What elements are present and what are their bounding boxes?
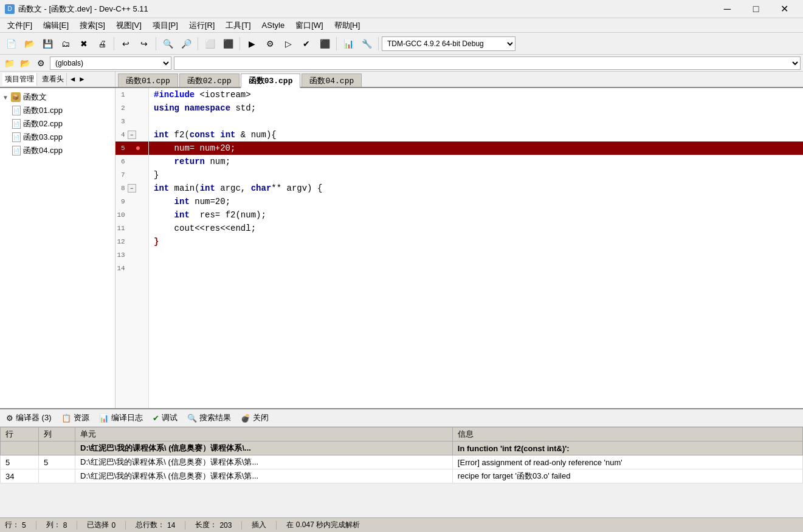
toolbar-sep-2 <box>156 37 156 50</box>
bottom-tab-debug[interactable]: ✔ 调试 <box>150 411 180 425</box>
bottom-tab-log[interactable]: 📊 编译日志 <box>97 411 145 425</box>
chart-button[interactable]: 📊 <box>340 35 357 52</box>
info-row-num <box>1 442 39 455</box>
undo-button[interactable]: ↩ <box>117 35 134 52</box>
new-project-button[interactable]: 📁 <box>2 56 16 70</box>
sidebar-nav-prev[interactable]: ◀ <box>69 75 76 84</box>
close-button[interactable]: ✕ <box>771 0 798 18</box>
scope-select-2[interactable] <box>174 56 801 70</box>
tab-file-3[interactable]: 函数04.cpp <box>302 73 362 87</box>
bottom-tab-compiler[interactable]: ⚙ 编译器 (3) <box>4 411 54 425</box>
open-button[interactable]: 📂 <box>21 35 38 52</box>
gutter-14: 14 <box>115 262 148 275</box>
save-all-button[interactable]: 🗂 <box>57 35 74 52</box>
tree-item-label-0: 函数01.cpp <box>23 105 63 116</box>
row-value: 5 <box>22 521 26 530</box>
tree-root[interactable]: ▼ 📦 函数文 <box>2 90 112 104</box>
code-line-11: cout<<res<<endl; <box>149 222 803 235</box>
status-sep-6 <box>276 521 277 530</box>
search-button[interactable]: 🔍 <box>159 35 176 52</box>
tab-file-0[interactable]: 函数01.cpp <box>118 73 178 87</box>
proj-settings-button[interactable]: ⚙ <box>34 56 47 70</box>
menu-astyle[interactable]: AStyle <box>257 19 290 31</box>
error-row-0-col: 5 <box>38 455 75 469</box>
bottom-tabs: ⚙ 编译器 (3) 📋 资源 📊 编译日志 ✔ 调试 🔍 搜索结果 💣 关闭 <box>0 409 803 427</box>
settings-button[interactable]: 🔧 <box>358 35 375 52</box>
error-row-0-row: 5 <box>1 455 39 469</box>
log-tab-label: 编译日志 <box>111 412 143 423</box>
redo-button[interactable]: ↪ <box>136 35 153 52</box>
code-lines[interactable]: #include <iostream> using namespace std;… <box>149 88 803 408</box>
menu-tools[interactable]: 工具[T] <box>221 19 255 32</box>
toolbar-sep-4 <box>240 37 240 50</box>
gutter-11: 11 <box>115 222 148 235</box>
col-col: 列 <box>38 428 75 442</box>
menu-view[interactable]: 视图[V] <box>111 19 146 32</box>
tree-item-2[interactable]: 📄 函数03.cpp <box>2 131 112 144</box>
resources-tab-label: 资源 <box>74 412 89 423</box>
minimize-button[interactable]: ─ <box>714 0 741 18</box>
check-button[interactable]: ✔ <box>298 35 315 52</box>
parse-msg: 在 0.047 秒内完成解析 <box>286 520 360 530</box>
replace-button[interactable]: 🔎 <box>177 35 195 52</box>
scope-select-1[interactable]: (globals) <box>50 56 171 70</box>
toolbar-sep-1 <box>114 37 114 50</box>
editor-area[interactable]: 1 2 3 4− 5● 6 7 8− 9 10 11 12 13 14 #inc… <box>115 88 803 408</box>
tree-item-3[interactable]: 📄 函数04.cpp <box>2 144 112 157</box>
close-file-button[interactable]: ✖ <box>75 35 92 52</box>
line-gutter: 1 2 3 4− 5● 6 7 8− 9 10 11 12 13 14 <box>115 88 149 408</box>
tree-item-label-3: 函数04.cpp <box>23 145 63 156</box>
sel-label: 已选择 <box>87 520 109 530</box>
bottom-tab-search[interactable]: 🔍 搜索结果 <box>185 411 233 425</box>
tab-file-1[interactable]: 函数02.cpp <box>179 73 240 87</box>
tree-item-label-1: 函数02.cpp <box>23 118 63 129</box>
menu-edit[interactable]: 编辑[E] <box>38 19 74 32</box>
menu-project[interactable]: 项目[P] <box>148 19 183 32</box>
code-line-7: } <box>149 168 803 182</box>
menu-search[interactable]: 搜索[S] <box>75 19 110 32</box>
main-area: ▼ 📦 函数文 📄 函数01.cpp 📄 函数02.cpp 📄 函数03.cpp… <box>0 88 803 408</box>
error-row-1-msg: recipe for target '函数03.o' failed <box>452 469 802 483</box>
stop-button[interactable]: ⬛ <box>316 35 333 52</box>
compile-run-button[interactable]: ▶ <box>243 35 260 52</box>
gutter-6: 6 <box>115 155 148 168</box>
tree-item-1[interactable]: 📄 函数02.cpp <box>2 117 112 131</box>
print-button[interactable]: 🖨 <box>94 35 111 52</box>
expand-4[interactable]: − <box>128 131 136 139</box>
compile-button[interactable]: ⚙ <box>261 35 278 52</box>
sidebar-nav-next[interactable]: ▶ <box>78 75 85 84</box>
close-tab-label: 关闭 <box>253 412 269 423</box>
error-scroll[interactable]: 行 列 单元 信息 D:\红泥巴\我的课程体系\ (信息奥赛）课程体系\... … <box>0 427 803 517</box>
status-sep-1 <box>36 521 36 530</box>
title-bar: D 函数文 - [函数文.dev] - Dev-C++ 5.11 ─ □ ✕ <box>0 0 803 18</box>
bottom-tab-resources[interactable]: 📋 资源 <box>59 411 92 425</box>
save-button[interactable]: 💾 <box>39 35 56 52</box>
sidebar-tab-project[interactable]: 项目管理 <box>2 73 37 86</box>
compiler-select[interactable]: TDM-GCC 4.9.2 64-bit Debug <box>382 36 515 51</box>
indent-button[interactable]: ⬜ <box>201 35 218 52</box>
menu-help[interactable]: 帮助[H] <box>329 19 365 32</box>
code-line-2: using namespace std; <box>149 101 803 115</box>
unindent-button[interactable]: ⬛ <box>219 35 236 52</box>
run-button[interactable]: ▷ <box>280 35 297 52</box>
col-value: 8 <box>63 521 67 530</box>
app-icon: D <box>5 4 15 14</box>
menu-file[interactable]: 文件[F] <box>2 19 37 32</box>
open-project-button[interactable]: 📂 <box>18 56 32 70</box>
expand-8[interactable]: − <box>128 184 136 193</box>
tab-file-2[interactable]: 函数03.cpp <box>241 73 301 88</box>
sel-value: 0 <box>111 521 115 530</box>
bottom-tab-close[interactable]: 💣 关闭 <box>238 411 271 425</box>
maximize-button[interactable]: □ <box>742 0 770 18</box>
sidebar-tab-view[interactable]: 查看头 <box>40 73 67 86</box>
menu-bar: 文件[F] 编辑[E] 搜索[S] 视图[V] 项目[P] 运行[R] 工具[T… <box>0 18 803 33</box>
menu-run[interactable]: 运行[R] <box>184 19 220 32</box>
tree-item-0[interactable]: 📄 函数01.cpp <box>2 104 112 117</box>
ins-label: 插入 <box>252 520 266 530</box>
new-button[interactable]: 📄 <box>2 35 19 52</box>
tree-root-label: 函数文 <box>23 92 47 103</box>
menu-window[interactable]: 窗口[W] <box>291 19 328 32</box>
error-row-1[interactable]: 34 D:\红泥巴\我的课程体系\ (信息奥赛）课程体系\第... recipe… <box>1 469 803 483</box>
error-row-0[interactable]: 5 5 D:\红泥巴\我的课程体系\ (信息奥赛）课程体系\第... [Erro… <box>1 455 803 469</box>
status-total: 总行数： 14 <box>136 520 175 530</box>
